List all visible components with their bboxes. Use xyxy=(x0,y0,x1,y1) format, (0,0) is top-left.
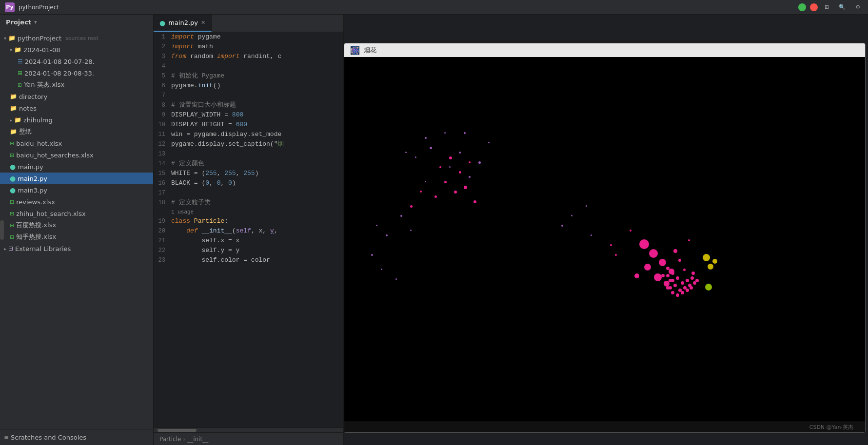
chevron-down-icon: ▾ xyxy=(4,36,6,41)
sidebar-item-zhihu-hot-cn[interactable]: ⊞ 知乎热搜.xlsx xyxy=(0,231,153,243)
sidebar-item-zhihulmg[interactable]: ▸ 📁 zhihulmg xyxy=(0,114,153,126)
sidebar-item-label: pythonProject xyxy=(18,35,61,42)
sidebar-item-zhihu-hot-search[interactable]: ⊞ zhihu_hot_search.xlsx xyxy=(0,208,153,219)
sidebar-item-directory[interactable]: 📁 directory xyxy=(0,91,153,102)
folder-icon: 📁 xyxy=(10,93,17,100)
particle xyxy=(615,254,617,256)
sidebar-item-main-py[interactable]: ● main.py xyxy=(0,161,153,173)
folder-icon: 📁 xyxy=(14,116,21,123)
particle xyxy=(673,284,677,287)
particle xyxy=(415,156,416,158)
particle xyxy=(376,225,377,226)
code-line: 17 xyxy=(154,188,343,198)
sidebar-item-pythonProject[interactable]: ▾ 📁 pythonProject sources root xyxy=(0,32,153,44)
layout-button[interactable]: ⊞ xyxy=(822,3,832,11)
code-line: 19 class Particle: xyxy=(154,216,343,226)
sidebar-item-file2[interactable]: ⊞ 2024-01-08 20-08-33. xyxy=(0,67,153,79)
libraries-icon: ⊟ xyxy=(8,245,13,252)
scratches-icon: ≡ xyxy=(4,434,9,441)
sidebar-item-label: Scratches and Consoles xyxy=(11,434,86,441)
sidebar-item-yan-excel[interactable]: ⊞ Yan-英杰.xlsx xyxy=(0,79,153,91)
particle xyxy=(469,176,471,178)
code-line: 1 import pygame xyxy=(154,32,343,42)
particle xyxy=(420,191,422,193)
sidebar-item-file1[interactable]: ☰ 2024-01-08 20-07-28. xyxy=(0,56,153,67)
code-line: 4 xyxy=(154,61,343,71)
run-button[interactable] xyxy=(798,3,806,11)
code-line: 5 # 初始化 Pygame xyxy=(154,71,343,81)
excel-icon: ⊞ xyxy=(10,234,14,240)
particle xyxy=(410,230,412,231)
code-line: 11 win = pygame.display.set_mode xyxy=(154,130,343,139)
code-line: 16 BLACK = (0, 0, 0) xyxy=(154,178,343,188)
stop-button[interactable] xyxy=(810,3,818,11)
sidebar-item-baidu-hot[interactable]: ⊞ baidu_hot.xlsx xyxy=(0,137,153,149)
fireworks-window: 🎆 烟花 CSDN @Yan·英杰 xyxy=(344,43,866,433)
editor-area: ● main2.py ✕ 1 import pygame 2 import ma… xyxy=(154,15,344,445)
particle xyxy=(459,152,461,154)
folder-icon: 📁 xyxy=(8,35,16,41)
sidebar-item-baidu-hot-searches[interactable]: ⊞ baidu_hot_searches.xlsx xyxy=(0,149,153,161)
particle xyxy=(671,291,674,294)
particle xyxy=(444,132,446,134)
sidebar-item-label: 2024-01-08 20-08-33. xyxy=(24,70,94,77)
tab-close-button[interactable]: ✕ xyxy=(201,19,205,26)
editor-scrollbar[interactable] xyxy=(154,427,343,432)
sidebar-resize-handle[interactable] xyxy=(0,220,4,240)
sidebar-item-label: zhihulmg xyxy=(23,116,53,124)
sidebar-item-external-libraries[interactable]: ▸ ⊟ External Libraries xyxy=(0,243,153,254)
particle xyxy=(688,239,690,241)
particle xyxy=(395,278,397,280)
scrollbar-thumb[interactable] xyxy=(158,429,197,432)
particle xyxy=(571,215,572,216)
sidebar-footer: ≡ Scratches and Consoles xyxy=(0,429,153,445)
sidebar-item-wallpaper[interactable]: 📁 壁纸 xyxy=(0,126,153,137)
particle xyxy=(439,166,441,168)
search-button[interactable]: 🔍 xyxy=(836,3,848,11)
code-line: 3 from random import randint, c xyxy=(154,52,343,61)
sidebar-item-notes[interactable]: 📁 notes xyxy=(0,102,153,114)
python-icon: ● xyxy=(10,174,16,182)
sidebar-item-main2-py[interactable]: ● main2.py xyxy=(0,173,153,184)
python-tab-icon: ● xyxy=(159,19,165,27)
sidebar-item-scratches[interactable]: ≡ Scratches and Consoles xyxy=(0,431,153,443)
excel-icon: ⊞ xyxy=(10,140,14,147)
folder-icon: 📁 xyxy=(14,46,21,53)
particle xyxy=(683,269,686,271)
particle xyxy=(381,269,382,270)
tab-main2-py[interactable]: ● main2.py ✕ xyxy=(154,15,212,32)
sidebar-item-label: notes xyxy=(19,105,37,112)
sidebar-item-baidu-hot-cn[interactable]: ⊞ 百度热搜.xlsx xyxy=(0,219,153,231)
sidebar-item-label: 知乎热搜.xlsx xyxy=(16,232,56,241)
particle xyxy=(644,264,651,271)
sidebar-item-label: baidu_hot_searches.xlsx xyxy=(16,152,93,159)
sidebar-item-label: main2.py xyxy=(18,175,47,182)
sidebar-item-label: 2024-01-08 20-07-28. xyxy=(25,58,95,65)
sidebar-item-2024-01-08[interactable]: ▾ 📁 2024-01-08 xyxy=(0,44,153,56)
particle xyxy=(610,244,612,246)
code-line: 23 self.color = color xyxy=(154,255,343,265)
particle xyxy=(425,137,427,139)
sidebar-item-label: main3.py xyxy=(18,187,47,194)
particle xyxy=(561,225,563,227)
sidebar-item-main3-py[interactable]: ● main3.py xyxy=(0,184,153,196)
breadcrumb-class: Particle xyxy=(159,436,181,443)
sidebar-item-label: Yan-英杰.xlsx xyxy=(24,80,64,89)
top-bar: Py pythonProject ⊞ 🔍 ⚙ xyxy=(0,0,868,15)
particle xyxy=(591,234,592,236)
project-chevron[interactable]: ▾ xyxy=(34,19,37,25)
sidebar-item-label: main.py xyxy=(18,163,43,171)
particle xyxy=(449,166,451,168)
sidebar-item-reviews[interactable]: ⊞ reviews.xlsx xyxy=(0,196,153,208)
tab-bar: ● main2.py ✕ xyxy=(154,15,343,32)
code-editor[interactable]: 1 import pygame 2 import math 3 from ran… xyxy=(154,32,343,427)
particle xyxy=(708,264,713,270)
sidebar-item-label: reviews.xlsx xyxy=(16,198,55,206)
particle xyxy=(464,186,467,189)
fireworks-titlebar: 🎆 烟花 xyxy=(344,43,865,57)
particle xyxy=(444,181,447,183)
particle xyxy=(681,291,684,294)
particle xyxy=(690,286,693,290)
settings-button[interactable]: ⚙ xyxy=(852,3,863,11)
excel-icon: ⊞ xyxy=(18,82,22,88)
